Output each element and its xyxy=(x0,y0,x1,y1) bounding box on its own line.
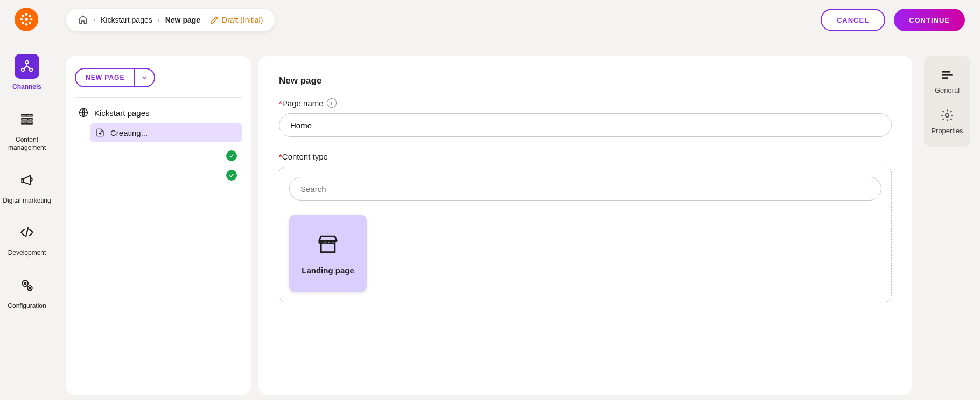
nav-configuration[interactable]: Configuration xyxy=(8,273,46,311)
check-icon xyxy=(226,150,237,161)
svg-rect-25 xyxy=(942,77,948,79)
page-add-icon xyxy=(95,128,105,137)
gear-icon xyxy=(940,108,954,122)
svg-point-7 xyxy=(22,22,24,24)
logo-icon xyxy=(19,12,34,27)
right-general-label: General xyxy=(935,86,960,94)
svg-point-6 xyxy=(29,15,31,17)
right-properties-label: Properties xyxy=(931,127,963,135)
chevron-down-icon xyxy=(141,74,148,81)
svg-rect-14 xyxy=(22,118,27,120)
nav-content[interactable]: Content management xyxy=(3,107,51,153)
svg-point-26 xyxy=(946,114,949,118)
status-check-2 xyxy=(75,170,242,181)
left-nav: Channels Content management Digital mark… xyxy=(0,54,54,311)
svg-rect-24 xyxy=(942,74,953,75)
svg-point-19 xyxy=(24,282,26,284)
svg-point-8 xyxy=(29,22,31,24)
info-icon[interactable]: i xyxy=(327,98,337,108)
svg-rect-16 xyxy=(22,122,25,123)
draft-label: Draft (Initial) xyxy=(222,16,263,24)
tile-label: Landing page xyxy=(302,266,354,275)
nav-marketing[interactable]: Digital marketing xyxy=(3,168,51,205)
content-type-label: *Content type xyxy=(279,152,892,161)
breadcrumb-root[interactable]: Kickstart pages xyxy=(101,16,152,24)
svg-rect-23 xyxy=(942,71,950,72)
breadcrumb: › Kickstart pages › New page Draft (Init… xyxy=(66,9,275,31)
content-type-container: Landing page xyxy=(279,167,892,302)
cancel-button[interactable]: CANCEL xyxy=(821,9,885,31)
nav-configuration-label: Configuration xyxy=(8,302,46,311)
nav-channels[interactable]: Channels xyxy=(12,54,41,92)
svg-rect-12 xyxy=(22,114,25,116)
tree-child-creating[interactable]: Creating... xyxy=(90,123,242,142)
home-icon[interactable] xyxy=(78,15,88,26)
chevron-right-icon: › xyxy=(158,16,160,24)
nav-development-label: Development xyxy=(8,249,46,258)
top-actions: CANCEL CONTINUE xyxy=(821,9,965,31)
development-icon xyxy=(15,220,39,245)
page-name-input[interactable] xyxy=(279,113,892,137)
page-name-label: *Page name i xyxy=(279,98,892,108)
tree-panel: NEW PAGE Kickstart pages Creating... xyxy=(66,56,251,395)
breadcrumb-current: New page xyxy=(165,16,200,24)
nav-content-label: Content management xyxy=(3,136,51,153)
svg-point-2 xyxy=(25,23,28,26)
nav-channels-label: Channels xyxy=(12,83,41,92)
svg-rect-15 xyxy=(29,118,32,120)
check-icon xyxy=(226,170,237,181)
tree-root-label: Kickstart pages xyxy=(94,108,150,118)
chevron-right-icon: › xyxy=(93,16,95,24)
channels-icon xyxy=(15,54,39,79)
new-page-button-group: NEW PAGE xyxy=(75,68,155,87)
nav-development[interactable]: Development xyxy=(8,220,46,258)
svg-point-1 xyxy=(25,13,28,16)
tree-root-item[interactable]: Kickstart pages xyxy=(75,105,242,120)
tree-child-label: Creating... xyxy=(110,128,148,137)
configuration-icon xyxy=(15,273,39,298)
svg-point-20 xyxy=(27,286,32,291)
divider xyxy=(75,97,242,98)
new-page-dropdown[interactable] xyxy=(135,69,154,86)
svg-rect-17 xyxy=(26,122,32,123)
main-panel: New page *Page name i *Content type Land… xyxy=(258,56,912,395)
status-check-1 xyxy=(75,150,242,161)
svg-rect-13 xyxy=(26,114,32,116)
page-title: New page xyxy=(279,75,892,86)
content-icon xyxy=(15,107,39,132)
marketing-icon xyxy=(15,168,39,192)
svg-point-0 xyxy=(25,18,28,21)
svg-point-3 xyxy=(20,18,23,21)
pencil-icon xyxy=(210,16,219,24)
nav-marketing-label: Digital marketing xyxy=(3,197,51,205)
right-tab-general[interactable]: General xyxy=(935,68,960,94)
svg-point-4 xyxy=(30,18,33,21)
search-input[interactable] xyxy=(289,177,881,201)
app-logo[interactable] xyxy=(15,8,38,31)
svg-point-9 xyxy=(25,61,28,64)
new-page-button[interactable]: NEW PAGE xyxy=(76,69,135,86)
draft-badge: Draft (Initial) xyxy=(210,16,263,24)
bars-icon xyxy=(940,68,954,82)
svg-point-21 xyxy=(29,287,31,289)
content-type-tile-landing[interactable]: Landing page xyxy=(289,215,367,292)
right-tab-properties[interactable]: Properties xyxy=(931,108,963,135)
storefront-icon xyxy=(316,232,340,256)
svg-point-5 xyxy=(22,15,24,17)
svg-point-18 xyxy=(22,280,28,286)
globe-icon xyxy=(78,107,89,118)
right-panel: General Properties xyxy=(924,56,970,147)
continue-button[interactable]: CONTINUE xyxy=(894,9,965,31)
